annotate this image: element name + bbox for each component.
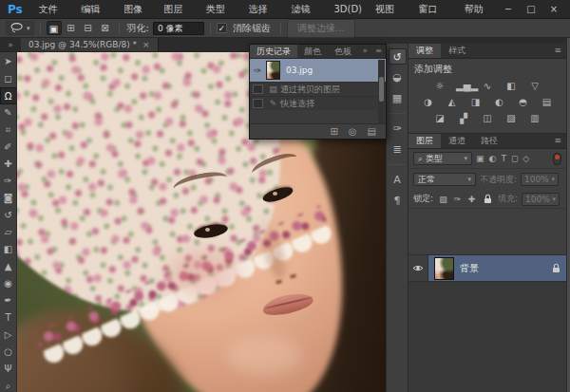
dock-divider[interactable] [389,164,406,165]
eyedropper-tool[interactable]: ✐ [0,139,17,156]
subtract-selection-icon[interactable]: ⊟ [81,21,96,35]
path-select-tool[interactable]: ▷ [0,327,17,344]
tab-paths[interactable]: 路径 [473,134,505,148]
tab-layers[interactable]: 图层 [408,134,441,148]
black-white-icon[interactable]: ◨ [468,96,484,108]
filter-smart-objects-icon[interactable]: ◇ [522,154,529,163]
lock-pixels-icon[interactable]: ✑ [451,195,464,204]
lock-position-icon[interactable]: ✚ [466,195,478,204]
lock-all-icon[interactable] [482,194,494,204]
scrollbar-thumb[interactable] [379,77,384,102]
feather-input[interactable]: 0 像素 [153,22,204,35]
history-scrollbar[interactable] [378,60,385,124]
tab-styles[interactable]: 样式 [441,44,473,58]
pen-tool[interactable]: ✒ [0,292,17,309]
paragraph-panel-icon[interactable]: ¶ [389,193,407,209]
hue-saturation-icon[interactable]: ◑ [421,96,436,108]
tab-adjustments[interactable]: 调整 [408,44,441,58]
layer-thumbnail[interactable] [434,257,454,280]
photo-filter-icon[interactable]: ◐ [492,96,507,108]
filter-adjustment-layers-icon[interactable]: ◐ [489,154,497,163]
gradient-map-icon[interactable]: ▥ [527,112,542,124]
color-lookup-icon[interactable]: ▤ [540,96,555,108]
panel-menu-icon[interactable]: ≡ [549,44,566,58]
menu-help[interactable]: 帮助(H) [458,0,502,18]
brush-tool[interactable]: ✑ [0,173,17,190]
type-tool[interactable]: T [0,309,17,327]
menu-window[interactable]: 窗口(W) [412,0,458,18]
history-state-row[interactable]: ▤ 通过拷贝的图层 [250,82,386,96]
close-button[interactable]: × [547,4,560,14]
intersect-selection-icon[interactable]: ⊠ [98,21,113,35]
new-snapshot-icon[interactable]: ◎ [349,125,357,139]
selective-color-icon[interactable]: ▨ [504,112,519,124]
toolbar-collapse-icon[interactable]: » [0,38,21,51]
brush-panel-icon[interactable]: ✑ [389,121,407,137]
menu-filter[interactable]: 滤镜(T) [285,0,328,18]
history-snapshot-row[interactable]: ✑ 03.jpg [250,59,386,82]
clone-stamp-tool[interactable]: ◙ [0,190,17,207]
filter-toggle[interactable] [553,153,561,165]
close-tab-icon[interactable]: × [142,40,150,49]
fill-dropdown[interactable]: 100% ▾ [522,193,560,206]
lock-transparency-icon[interactable]: ▨ [437,195,449,204]
tab-swatches[interactable]: 色板 [328,45,358,58]
crop-tool[interactable]: ⌗ [0,121,17,139]
posterize-icon[interactable]: ▞ [456,112,471,124]
brightness-contrast-icon[interactable]: ☼ [432,80,447,92]
delete-state-icon[interactable]: ▤ [368,125,376,139]
filter-type-layers-icon[interactable]: T [501,154,506,163]
tab-history[interactable]: 历史记录 [250,45,297,58]
history-brush-source-icon[interactable]: ✑ [250,65,266,76]
channel-mixer-icon[interactable]: ◓ [516,96,531,108]
history-source-well[interactable] [253,84,263,94]
shape-tool[interactable]: ○ [0,344,17,361]
marquee-tool[interactable]: ◻ [0,70,17,87]
brush-presets-panel-icon[interactable]: ≣ [389,141,407,158]
move-tool[interactable]: ➤ [0,53,17,70]
menu-image[interactable]: 图像(I) [117,0,157,18]
threshold-icon[interactable]: ◫ [480,112,495,124]
layer-visibility-toggle[interactable] [408,255,428,281]
filter-kind-dropdown[interactable]: ⌕ 类型 ▾ [413,152,472,165]
filter-shape-layers-icon[interactable]: ◻ [511,154,518,163]
tab-channels[interactable]: 通道 [441,134,473,148]
color-panel-icon[interactable]: ◒ [389,69,407,85]
document-tab[interactable]: 03.jpg @ 34.5%(RGB/8) * × [21,38,159,51]
history-state-row[interactable]: ✎ 快速选择 [250,96,386,110]
panel-collapse-icon[interactable]: » [359,45,371,58]
blur-tool[interactable]: ▲ [0,258,17,275]
gradient-tool[interactable]: ◧ [0,241,17,258]
dock-divider[interactable] [389,113,406,114]
panel-menu-icon[interactable]: ≡ [549,134,566,148]
color-balance-icon[interactable]: ◭ [445,96,460,108]
panel-menu-icon[interactable]: ≡ [371,45,386,58]
eraser-tool[interactable]: ▱ [0,224,17,241]
vibrance-icon[interactable]: ▽ [527,80,542,92]
tool-preset-picker[interactable]: ▾ [6,21,34,35]
menu-type[interactable]: 类型(Y) [200,0,242,18]
spot-healing-tool[interactable]: ✚ [0,156,17,173]
menu-3d[interactable]: 3D(D) [327,0,369,18]
history-brush-tool[interactable]: ↺ [0,207,17,224]
blend-mode-dropdown[interactable]: 正常 ▾ [413,173,476,186]
lasso-tool[interactable]: Ω [0,87,17,104]
refine-edge-button[interactable]: 调整边缘… [287,19,355,38]
menu-edit[interactable]: 编辑(E) [74,0,117,18]
tab-color[interactable]: 颜色 [297,45,328,58]
zoom-tool[interactable]: ⌕ [0,378,17,392]
new-document-from-state-icon[interactable]: ⊞ [330,125,337,139]
history-source-well[interactable] [253,99,263,108]
minimize-button[interactable]: − [502,4,515,14]
menu-view[interactable]: 视图(V) [369,0,412,18]
filter-pixel-layers-icon[interactable]: ▣ [476,154,484,163]
character-panel-icon[interactable]: A [389,172,407,188]
hand-tool[interactable]: Ψ [0,361,17,378]
opacity-dropdown[interactable]: 100% ▾ [521,173,559,186]
history-panel-icon[interactable]: ↺ [389,48,407,65]
quick-selection-tool[interactable]: ✎ [0,104,17,121]
new-selection-icon[interactable]: ▣ [47,21,62,35]
maximize-button[interactable]: □ [524,4,538,14]
layer-row-background[interactable]: 背景 [408,255,566,282]
invert-icon[interactable]: ◪ [432,112,447,124]
